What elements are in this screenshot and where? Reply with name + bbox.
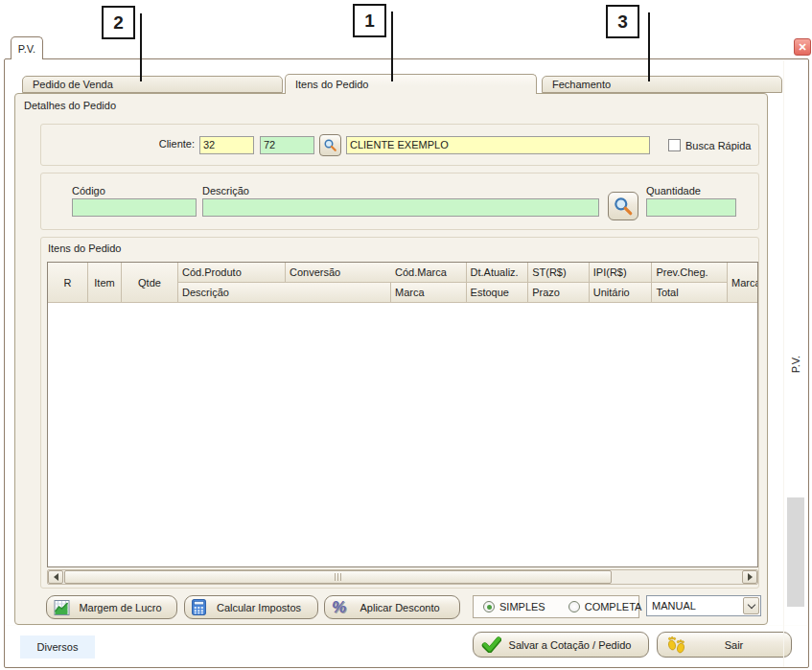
descricao-label: Descrição: [202, 185, 249, 196]
col-group-produto: Cód.Produto Conversão Descrição: [178, 263, 391, 303]
col-header-item: Item: [88, 263, 122, 303]
search-icon: [323, 138, 337, 152]
callout-number: 3: [617, 12, 628, 33]
percent-icon: %: [332, 598, 346, 617]
cliente-codigo-input[interactable]: 32: [199, 136, 254, 154]
radio-completa[interactable]: COMPLETA: [568, 601, 642, 612]
diversos-label: Diversos: [37, 641, 79, 653]
produto-panel: Código Descrição Quantidade: [40, 173, 759, 230]
col-header-estoque: Estoque: [467, 283, 529, 303]
table-header: R Item Qtde Cód.Produto Conversão Descri…: [48, 263, 757, 303]
callout-line-2: [140, 13, 142, 81]
col-header-marca2: Marca: [728, 263, 757, 303]
col-header-ipi: IPI(R$): [590, 263, 653, 283]
close-icon: ✕: [798, 41, 806, 54]
descricao-input[interactable]: [202, 198, 599, 217]
cliente-search-button[interactable]: [319, 134, 341, 156]
col-header-cod-marca: Cód.Marca: [391, 263, 467, 283]
produto-search-button[interactable]: [608, 192, 638, 220]
busca-rapida-label: Busca Rápida: [685, 140, 752, 151]
callout-badge-3: 3: [606, 5, 639, 38]
footprints-icon: [665, 635, 686, 655]
dropdown-value: MANUAL: [647, 600, 743, 612]
callout-number: 2: [113, 12, 124, 34]
scroll-left-button[interactable]: [48, 570, 63, 584]
side-tab-pv[interactable]: P.V.: [781, 352, 810, 377]
callout-badge-2: 2: [102, 6, 135, 39]
radio-icon: [568, 601, 580, 612]
button-label: Sair: [686, 639, 791, 651]
salvar-cotacao-pedido-button[interactable]: Salvar a Cotação / Pedido: [473, 632, 649, 658]
col-header-conversao: Conversão: [286, 263, 391, 283]
table-body-empty: [48, 303, 757, 566]
col-group-st: ST(R$) Prazo: [528, 263, 590, 303]
chevron-down-icon: [747, 600, 754, 608]
quantidade-label: Quantidade: [646, 185, 701, 196]
mdi-tab-label: P.V.: [18, 43, 35, 55]
scroll-thumb[interactable]: [64, 570, 612, 584]
col-header-prev-cheg: Prev.Cheg.: [652, 263, 728, 283]
tab-label: Fechamento: [552, 79, 611, 90]
itens-do-pedido-group: Itens do Pedido R Item Qtde Cód.Produto …: [40, 237, 759, 589]
codigo-label: Código: [72, 185, 105, 196]
cliente-loja-input[interactable]: 72: [260, 136, 314, 154]
radio-simples[interactable]: SIMPLES: [483, 601, 545, 612]
calculator-icon: [192, 599, 206, 615]
codigo-input[interactable]: [72, 198, 197, 217]
check-icon: [481, 636, 501, 653]
callout-line-1: [391, 12, 393, 81]
cliente-label: Cliente:: [128, 138, 195, 150]
margem-de-lucro-button[interactable]: Margem de Lucro: [46, 595, 177, 619]
detalhes-title: Detalhes do Pedido: [24, 100, 116, 111]
tab-fechamento[interactable]: Fechamento: [542, 76, 782, 93]
radio-label: SIMPLES: [499, 601, 545, 612]
arrow-left-icon: [54, 573, 58, 581]
search-icon: [613, 196, 634, 217]
itens-title: Itens do Pedido: [48, 243, 121, 254]
tab-itens-do-pedido[interactable]: Itens do Pedido: [285, 74, 537, 94]
quantidade-input[interactable]: [646, 198, 736, 217]
col-header-qtde: Qtde: [122, 263, 178, 303]
col-header-st: ST(R$): [528, 263, 590, 283]
sair-button[interactable]: Sair: [657, 632, 792, 658]
aplicar-desconto-button[interactable]: % Aplicar Desconto: [324, 595, 460, 619]
col-header-dt-atualiz: Dt.Atualiz.: [467, 263, 529, 283]
table-hscrollbar[interactable]: [47, 569, 758, 585]
diversos-tab[interactable]: Diversos: [20, 635, 95, 658]
items-table: R Item Qtde Cód.Produto Conversão Descri…: [47, 262, 758, 567]
button-label: Calcular Impostos: [206, 602, 317, 613]
busca-rapida-checkbox[interactable]: [668, 139, 681, 151]
mdi-tab-pv[interactable]: P.V.: [11, 36, 43, 59]
col-header-marca: Marca: [391, 283, 467, 303]
close-button[interactable]: ✕: [794, 38, 811, 56]
scroll-right-button[interactable]: [742, 570, 757, 584]
col-group-prev: Prev.Cheg. Total: [652, 263, 728, 303]
col-group-marca: Cód.Marca Marca: [391, 263, 467, 303]
main-window: Pedido de Venda Itens do Pedido Fechamen…: [4, 58, 809, 668]
footer-divider: [7, 625, 808, 626]
button-label: Margem de Lucro: [70, 602, 176, 613]
modo-calculo-radiogroup: SIMPLES COMPLETA: [473, 595, 639, 618]
cliente-nome-input[interactable]: CLIENTE EXEMPLO: [346, 136, 650, 154]
dropdown-arrow-button[interactable]: [743, 597, 759, 614]
chart-icon: [54, 600, 70, 615]
arrow-right-icon: [748, 573, 753, 581]
radio-selected-icon: [483, 601, 495, 612]
col-header-descricao: Descrição: [178, 283, 391, 303]
col-header-total: Total: [652, 283, 728, 303]
radio-label: COMPLETA: [585, 601, 642, 612]
tab-label: Itens do Pedido: [295, 79, 368, 90]
modo-dropdown[interactable]: MANUAL: [646, 595, 761, 616]
col-group-atualiz: Dt.Atualiz. Estoque: [467, 263, 529, 303]
app-screen: 2 1 3 P.V. ✕ Pedido de Venda Itens do Pe…: [0, 0, 812, 670]
side-scroll-block[interactable]: [787, 497, 804, 607]
calcular-impostos-button[interactable]: Calcular Impostos: [184, 595, 318, 619]
tab-label: Pedido de Venda: [33, 79, 113, 90]
col-header-r: R: [48, 263, 88, 303]
thumb-grip-icon: [335, 573, 342, 581]
cliente-panel: Cliente: 32 72 CLIENTE EXEMPLO Busca Ráp…: [40, 124, 759, 166]
col-header-prazo: Prazo: [528, 283, 590, 303]
callout-badge-1: 1: [353, 4, 386, 37]
tab-pedido-de-venda[interactable]: Pedido de Venda: [22, 76, 283, 93]
col-header-cod-produto: Cód.Produto: [178, 263, 286, 283]
